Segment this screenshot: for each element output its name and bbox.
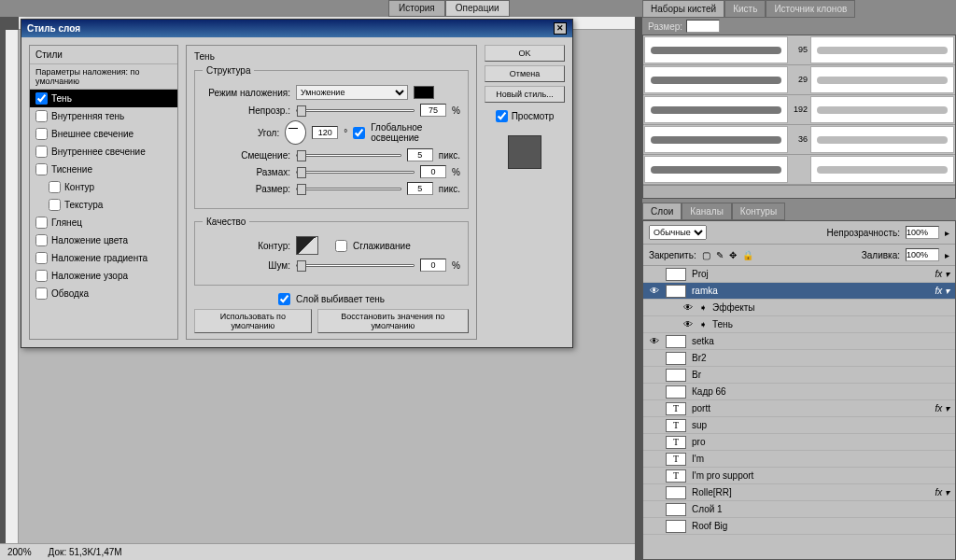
style-item[interactable]: Наложение цвета: [30, 231, 177, 249]
layer-thumbnail[interactable]: [666, 352, 686, 365]
brush-preview[interactable]: [810, 156, 954, 183]
style-item[interactable]: Внутреннее свечение: [30, 143, 177, 161]
layer-row[interactable]: Кадр 66: [643, 384, 955, 400]
layer-row[interactable]: Br2: [643, 350, 955, 367]
opacity-flyout-icon[interactable]: ▸: [945, 228, 949, 238]
style-item[interactable]: Наложение узора: [30, 267, 177, 285]
knockout-checkbox[interactable]: [278, 293, 290, 305]
style-item[interactable]: Тиснение: [30, 161, 177, 178]
style-checkbox[interactable]: [35, 234, 48, 246]
text-layer-icon[interactable]: T: [666, 436, 686, 449]
styles-header[interactable]: Стили: [30, 46, 177, 64]
layer-row[interactable]: Rolle[RR]fx ▾: [643, 484, 955, 501]
layer-thumbnail[interactable]: [666, 385, 686, 399]
layer-row[interactable]: Tpro: [643, 434, 955, 451]
shadow-color-swatch[interactable]: [414, 86, 434, 99]
zoom-level[interactable]: 200%: [7, 547, 32, 557]
layer-thumbnail[interactable]: [666, 520, 686, 533]
layer-thumbnail[interactable]: [666, 486, 686, 499]
angle-input[interactable]: [312, 126, 338, 139]
tab-operations[interactable]: Операции: [445, 0, 510, 17]
tab-channels[interactable]: Каналы: [682, 203, 732, 220]
lock-move-icon[interactable]: ✥: [729, 250, 737, 260]
visibility-icon[interactable]: 👁: [682, 319, 694, 329]
layer-opacity-input[interactable]: [906, 226, 939, 239]
brush-preview[interactable]: [644, 126, 788, 153]
style-checkbox[interactable]: [49, 181, 61, 193]
fill-flyout-icon[interactable]: ▸: [945, 250, 949, 260]
tab-history[interactable]: История: [388, 0, 445, 17]
brush-preview[interactable]: [644, 36, 788, 63]
antialias-checkbox[interactable]: [335, 240, 347, 252]
ok-button[interactable]: OK: [485, 45, 565, 62]
style-item[interactable]: Текстура: [30, 196, 177, 214]
layer-thumbnail[interactable]: [666, 285, 686, 298]
brush-preview[interactable]: [644, 96, 788, 123]
text-layer-icon[interactable]: T: [666, 419, 686, 432]
tab-paths[interactable]: Контуры: [732, 203, 785, 220]
brush-preview[interactable]: [810, 66, 954, 93]
brush-preview[interactable]: [644, 156, 788, 183]
layer-thumbnail[interactable]: [666, 503, 686, 516]
fx-badge[interactable]: fx ▾: [935, 403, 949, 413]
layers-list[interactable]: Projfx ▾👁ramkafx ▾👁➧Эффекты👁➧Тень👁setkaB…: [643, 266, 955, 559]
spread-slider[interactable]: [296, 171, 415, 174]
lock-all-icon[interactable]: 🔒: [742, 250, 753, 260]
layer-thumbnail[interactable]: [666, 369, 686, 382]
style-item[interactable]: Контур: [30, 178, 177, 196]
layer-row[interactable]: Roof Big: [643, 518, 955, 535]
opacity-slider[interactable]: [296, 109, 415, 112]
tab-layers[interactable]: Слои: [642, 203, 682, 220]
close-icon[interactable]: ✕: [554, 22, 567, 35]
text-layer-icon[interactable]: T: [666, 469, 686, 483]
lock-brush-icon[interactable]: ✎: [716, 250, 724, 260]
style-checkbox[interactable]: [35, 270, 48, 282]
layer-thumbnail[interactable]: [666, 268, 686, 281]
dialog-titlebar[interactable]: Стиль слоя ✕: [21, 20, 572, 37]
layer-row[interactable]: 👁➧Эффекты: [643, 300, 955, 316]
noise-slider[interactable]: [296, 264, 415, 267]
layer-row[interactable]: TI'm: [643, 451, 955, 468]
style-item[interactable]: Обводка: [30, 285, 177, 302]
style-checkbox[interactable]: [35, 110, 48, 122]
use-default-button[interactable]: Использовать по умолчанию: [194, 309, 312, 333]
contour-picker[interactable]: [296, 236, 318, 255]
text-layer-icon[interactable]: T: [666, 453, 686, 466]
style-checkbox[interactable]: [35, 287, 48, 300]
layer-row[interactable]: Projfx ▾: [643, 266, 955, 283]
cancel-button[interactable]: Отмена: [485, 65, 565, 82]
distance-slider[interactable]: [296, 154, 401, 157]
style-checkbox[interactable]: [49, 199, 61, 211]
size-slider[interactable]: [296, 188, 401, 190]
style-checkbox[interactable]: [35, 146, 48, 158]
tab-brush[interactable]: Кисть: [724, 0, 766, 18]
style-checkbox[interactable]: [35, 128, 48, 140]
layer-row[interactable]: Br: [643, 367, 955, 384]
tab-brush-presets[interactable]: Наборы кистей: [642, 0, 724, 18]
brush-preview[interactable]: [810, 126, 954, 153]
blend-mode-layers[interactable]: Обычные: [649, 225, 707, 240]
fx-badge[interactable]: fx ▾: [935, 487, 949, 497]
layer-thumbnail[interactable]: [666, 335, 686, 348]
style-checkbox[interactable]: [35, 217, 48, 229]
style-item[interactable]: Внешнее свечение: [30, 125, 177, 143]
style-checkbox[interactable]: [35, 252, 48, 264]
layer-row[interactable]: TI'm pro support: [643, 468, 955, 484]
layer-row[interactable]: Tsup: [643, 417, 955, 434]
reset-default-button[interactable]: Восстановить значения по умолчанию: [317, 309, 469, 333]
brush-presets-list[interactable]: 952919236: [642, 35, 956, 199]
layer-row[interactable]: 👁ramkafx ▾: [643, 283, 955, 300]
angle-dial[interactable]: [285, 120, 306, 145]
text-layer-icon[interactable]: T: [666, 402, 686, 415]
layer-row[interactable]: Tporttfx ▾: [643, 400, 955, 417]
blend-mode-select[interactable]: Умножение: [296, 85, 408, 100]
layer-row[interactable]: 👁setka: [643, 333, 955, 350]
style-item[interactable]: Глянец: [30, 214, 177, 231]
noise-input[interactable]: [420, 259, 446, 272]
style-item[interactable]: Наложение градиента: [30, 249, 177, 267]
spread-input[interactable]: [420, 165, 446, 178]
visibility-icon[interactable]: 👁: [649, 336, 660, 346]
blending-defaults[interactable]: Параметры наложения: по умолчанию: [30, 64, 177, 90]
brush-size-input[interactable]: [686, 20, 720, 33]
preview-checkbox[interactable]: [496, 110, 508, 122]
